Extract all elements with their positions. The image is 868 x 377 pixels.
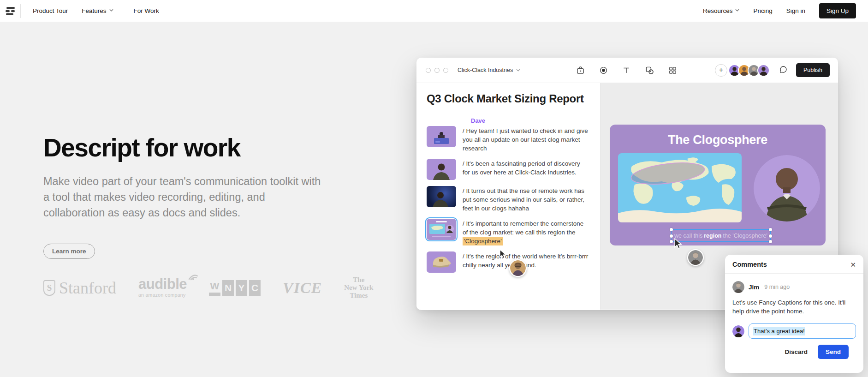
slide-card[interactable]: The Clogosphere xyxy=(610,125,826,245)
chevron-down-icon xyxy=(735,9,739,13)
chevron-down-icon xyxy=(516,69,520,72)
nyt-line: Times xyxy=(350,292,368,299)
comment-reply-row: That's a great idea! xyxy=(732,323,856,339)
transcript-text[interactable]: / It's important to remember the corners… xyxy=(463,219,589,245)
avatar[interactable] xyxy=(757,64,770,77)
world-map[interactable] xyxy=(618,153,742,222)
top-nav: Product Tour Features For Work Resources… xyxy=(0,0,868,22)
hero-section: Descript for work Make video part of you… xyxy=(43,115,357,259)
media-bag-icon[interactable] xyxy=(576,66,585,75)
nav-item-sign-in[interactable]: Sign in xyxy=(786,7,805,14)
nav-right-group: Resources Pricing Sign in Sign Up xyxy=(703,3,856,18)
window-zoom-icon[interactable] xyxy=(443,68,448,73)
wnyc-letter: C xyxy=(249,280,261,296)
nav-label: Resources xyxy=(703,7,733,14)
comment-thread: Jim 9 min ago Let's use Fancy Captions f… xyxy=(725,274,863,359)
nav-item-for-work[interactable]: For Work xyxy=(134,7,159,14)
collaborator-avatars xyxy=(731,64,770,77)
wnyc-letter: N xyxy=(222,280,234,296)
window-minimize-icon[interactable] xyxy=(434,68,440,73)
slide-title: The Clogosphere xyxy=(610,133,826,147)
project-title: Click-Clack Industries xyxy=(458,67,513,73)
audible-logo: audible an amazon company xyxy=(138,278,187,298)
mouse-cursor xyxy=(674,238,683,251)
speaker-label[interactable]: Dave xyxy=(471,117,589,124)
close-icon[interactable]: ✕ xyxy=(850,261,856,268)
transcript-pane: Q3 Clock Market Sizing Report Dave / Hey… xyxy=(416,83,600,310)
nav-divider xyxy=(20,4,21,18)
wnyc-letter: W xyxy=(209,280,220,296)
comment-body: Let's use Fancy Captions for this one. I… xyxy=(732,298,856,316)
video-thumbnail-galaxy[interactable] xyxy=(427,186,456,207)
highlighted-word[interactable]: 'Clogosphere' xyxy=(463,237,503,245)
presenter-portrait[interactable] xyxy=(754,155,820,221)
comments-panel: Comments ✕ Jim 9 min ago Let's use Fancy… xyxy=(725,255,863,373)
page: Product Tour Features For Work Resources… xyxy=(0,0,868,377)
avatar xyxy=(732,281,744,293)
layout-grid-icon[interactable] xyxy=(668,66,677,75)
publish-button[interactable]: Publish xyxy=(796,63,830,77)
video-thumbnail-clogosphere-slide[interactable] xyxy=(427,219,456,240)
video-thumbnail-podium[interactable] xyxy=(427,126,456,147)
transcript-text[interactable]: / Hey team! I just wanted to check in an… xyxy=(463,126,589,153)
transcript-row: / It's been a fascinating period of disc… xyxy=(427,159,589,180)
nav-label: Features xyxy=(82,7,106,14)
chevron-down-icon xyxy=(109,9,113,13)
document-title[interactable]: Q3 Clock Market Sizing Report xyxy=(427,92,589,105)
selection-handle[interactable] xyxy=(670,228,673,231)
collaborator-presence-avatar[interactable] xyxy=(509,259,527,277)
reply-input[interactable]: That's a great idea! xyxy=(749,323,856,339)
vice-wordmark: VICE xyxy=(283,279,322,297)
add-collaborator-button[interactable]: + xyxy=(715,64,727,77)
selection-handle[interactable] xyxy=(769,240,772,243)
toolbar-right-group: + Publish xyxy=(715,63,830,77)
transcript-text[interactable]: / It turns out that the rise of remote w… xyxy=(463,186,589,213)
caption-selection-box[interactable]: we call thisregionthe 'Clogosphere' xyxy=(671,229,771,242)
app-toolbar: Click-Clack Industries xyxy=(416,58,838,83)
transcript-row: / It's the region of the world where it'… xyxy=(427,251,589,273)
descript-logo-icon[interactable] xyxy=(5,5,17,17)
project-title-dropdown[interactable]: Click-Clack Industries xyxy=(458,67,520,73)
hero-subtitle: Make video part of your team's communica… xyxy=(43,174,326,221)
caption-text-bold: region xyxy=(704,233,721,239)
selection-handle[interactable] xyxy=(769,234,772,238)
stanford-shield-icon: S xyxy=(43,280,55,296)
video-thumbnail-speaker[interactable] xyxy=(427,159,456,180)
wnyc-logo: W N Y C xyxy=(209,280,261,296)
customer-logos: S Stanford audible an amazon company W N… xyxy=(43,276,373,299)
nav-left-group: Product Tour Features For Work xyxy=(33,7,159,14)
editor-tools xyxy=(576,66,677,75)
send-button[interactable]: Send xyxy=(818,345,849,359)
learn-more-button[interactable]: Learn more xyxy=(43,244,95,259)
nav-item-product-tour[interactable]: Product Tour xyxy=(33,7,68,14)
nav-item-pricing[interactable]: Pricing xyxy=(753,7,772,14)
nav-label: For Work xyxy=(134,7,159,14)
shapes-icon[interactable] xyxy=(645,66,654,75)
window-controls[interactable] xyxy=(426,68,448,73)
avatar xyxy=(732,325,744,337)
comments-header: Comments ✕ xyxy=(725,255,863,274)
nyt-line: New York xyxy=(344,284,373,292)
nav-item-resources[interactable]: Resources xyxy=(703,7,740,14)
selection-handle[interactable] xyxy=(670,234,673,238)
nav-item-features[interactable]: Features xyxy=(82,7,113,14)
window-close-icon[interactable] xyxy=(426,68,431,73)
transcript-text-segment: / It's important to remember the corners… xyxy=(463,220,583,236)
comment-actions: Discard Send xyxy=(732,339,856,359)
comments-title: Comments xyxy=(732,261,767,268)
stanford-wordmark: Stanford xyxy=(59,278,116,298)
comment-bubble-icon[interactable] xyxy=(779,65,788,76)
video-thumbnail-clog[interactable] xyxy=(427,251,456,273)
selection-handle[interactable] xyxy=(670,240,673,243)
sign-up-button[interactable]: Sign Up xyxy=(819,3,856,18)
comment-author-row: Jim 9 min ago xyxy=(732,281,856,293)
comment-timestamp: 9 min ago xyxy=(764,284,790,290)
stanford-logo: S Stanford xyxy=(43,278,116,298)
record-icon[interactable] xyxy=(599,66,608,75)
discard-button[interactable]: Discard xyxy=(785,348,808,355)
collaborator-presence-avatar[interactable] xyxy=(687,249,704,266)
transcript-text[interactable]: / It's been a fascinating period of disc… xyxy=(463,159,589,180)
text-tool-icon[interactable] xyxy=(622,66,631,75)
selection-handle[interactable] xyxy=(769,228,772,231)
audible-subtext: an amazon company xyxy=(138,292,186,298)
